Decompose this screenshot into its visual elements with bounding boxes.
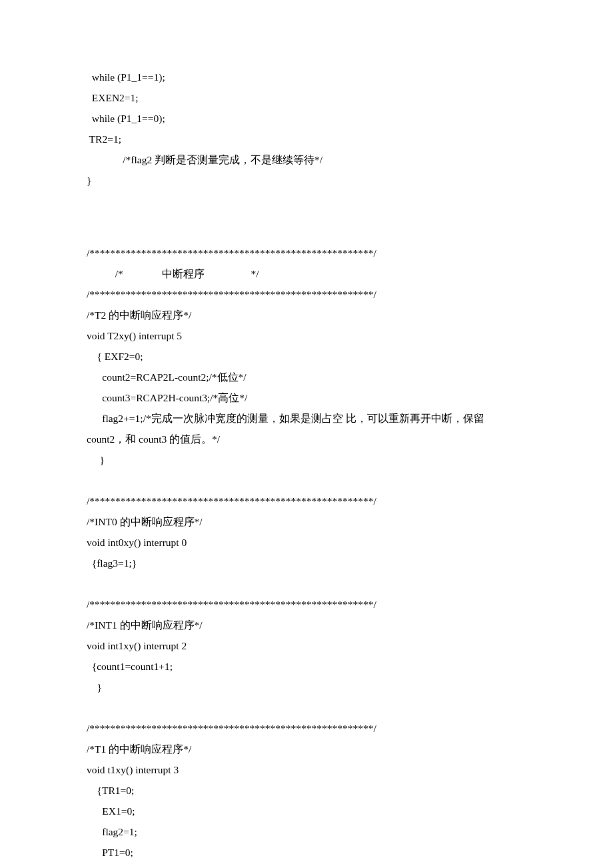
code-comment: /*T1 的中断响应程序*/ (87, 739, 526, 759)
code-line: TR2=1; (87, 129, 526, 149)
blank-space (87, 470, 526, 491)
code-line: void int0xy() interrupt 0 (87, 532, 526, 553)
code-line: count2，和 count3 的值后。*/ (87, 429, 526, 449)
code-line: void T2xy() interrupt 5 (87, 325, 526, 346)
code-line: {count1=count1+1; (87, 656, 526, 677)
code-line: EX1=0; (87, 801, 526, 821)
code-line: while (P1_1==0); (87, 108, 526, 129)
code-line: EXEN2=1; (87, 87, 526, 108)
code-line: count2=RCAP2L-count2;/*低位*/ (87, 367, 526, 387)
code-line: { EXF2=0; (87, 346, 526, 367)
section-heading: /* 中断程序 */ (87, 263, 526, 284)
blank-space (87, 191, 526, 243)
code-line: } (87, 449, 526, 470)
code-line: void t1xy() interrupt 3 (87, 759, 526, 780)
code-comment: /*flag2 判断是否测量完成，不是继续等待*/ (87, 149, 526, 170)
code-comment: /*INT0 的中断响应程序*/ (87, 511, 526, 532)
code-line: } (87, 863, 526, 869)
code-comment: /*INT1 的中断响应程序*/ (87, 615, 526, 635)
code-line: PT1=0; (87, 842, 526, 863)
code-line: flag2=1; (87, 821, 526, 842)
separator-line: /***************************************… (87, 718, 526, 739)
code-line: while (P1_1==1); (87, 67, 526, 87)
separator-line: /***************************************… (87, 491, 526, 511)
code-line: } (87, 170, 526, 191)
code-comment: /*T2 的中断响应程序*/ (87, 305, 526, 325)
code-line: } (87, 677, 526, 697)
separator-line: /***************************************… (87, 284, 526, 305)
separator-line: /***************************************… (87, 594, 526, 615)
document-page: while (P1_1==1); EXEN2=1; while (P1_1==0… (0, 0, 613, 868)
code-line: flag2+=1;/*完成一次脉冲宽度的测量，如果是测占空 比，可以重新再开中断… (87, 408, 526, 429)
code-line: {TR1=0; (87, 780, 526, 801)
separator-line: /***************************************… (87, 243, 526, 263)
code-line: void int1xy() interrupt 2 (87, 635, 526, 656)
blank-space (87, 573, 526, 594)
code-line: count3=RCAP2H-count3;/*高位*/ (87, 387, 526, 408)
code-line: {flag3=1;} (87, 553, 526, 573)
blank-space (87, 697, 526, 718)
